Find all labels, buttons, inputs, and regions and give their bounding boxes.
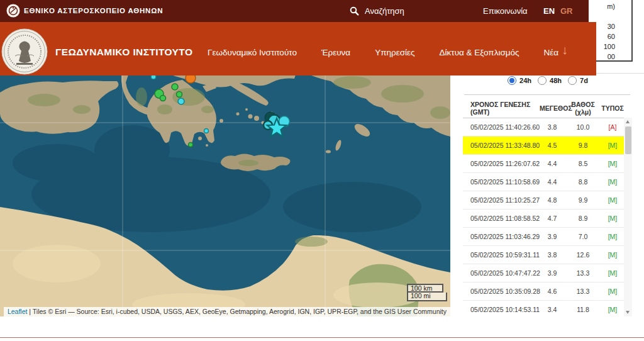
- scrollbar-down-arrow[interactable]: [624, 309, 632, 316]
- observatory-logo-icon: [6, 4, 20, 18]
- search-icon: [350, 6, 359, 16]
- cell-depth: 13.3: [565, 288, 601, 295]
- cell-mag: 3.9: [540, 269, 565, 277]
- cell-mag: 3.9: [540, 233, 565, 240]
- radio-24h-selected[interactable]: [508, 76, 516, 85]
- cell-depth: 9.8: [565, 142, 601, 149]
- scroll-down-arrow-icon[interactable]: ↓: [562, 43, 568, 57]
- cell-mag: 3.8: [540, 251, 565, 259]
- col-header-depth: ΒΑΘΟΣ(χλμ): [565, 101, 601, 116]
- cell-depth: 8.5: [565, 160, 601, 167]
- table-row[interactable]: 05/02/2025 11:10:25.274.89.9[M]: [463, 191, 624, 210]
- leaflet-link[interactable]: Leaflet: [8, 308, 28, 315]
- cell-time: 05/02/2025 11:03:46.29: [463, 233, 540, 240]
- filter-label: 48h: [550, 77, 562, 84]
- lang-gr-button[interactable]: GR: [560, 0, 573, 22]
- cell-depth: 11.8: [565, 306, 601, 313]
- map-scale-km: 100 km: [407, 284, 443, 293]
- legend-line: m): [607, 3, 615, 10]
- cell-depth: 8.9: [565, 215, 601, 222]
- main-navigation: ΓΕΩΔΥΝΑΜΙΚΟ ΙΝΣΤΙΤΟΥΤΟ Γεωδυναμικό Ινστι…: [0, 22, 596, 75]
- cell-mag: 3.4: [540, 306, 565, 313]
- cell-type: [M]: [601, 196, 624, 204]
- earthquake-list-panel: 24h48h7d ΧΡΟΝΟΣ ΓΕΝΕΣΗΣ(GMT) ΜΕΓΕΘΟΣ ΒΑΘ…: [463, 75, 633, 316]
- footer-divider: [0, 337, 644, 338]
- cell-time: 05/02/2025 10:47:47.22: [463, 269, 540, 277]
- search-button[interactable]: Αναζήτηση: [350, 0, 404, 22]
- table-row[interactable]: 05/02/2025 11:40:26.603.810.0[A]: [463, 118, 624, 137]
- map-attribution: Leaflet | Tiles © Esri — Source: Esri, i…: [4, 307, 450, 316]
- earthquake-marker-cyan[interactable]: [204, 129, 209, 133]
- radio-48h[interactable]: [538, 76, 547, 85]
- scrollbar-up-arrow[interactable]: [624, 118, 632, 125]
- table-row[interactable]: 05/02/2025 10:59:31.113.812.6[M]: [463, 246, 624, 264]
- cell-time: 05/02/2025 11:10:25.27: [463, 196, 540, 204]
- cell-depth: 12.6: [565, 251, 601, 259]
- col-header-type: ΤΥΠΟΣ: [601, 104, 624, 112]
- cell-type: [M]: [601, 306, 624, 313]
- earthquake-marker-orange[interactable]: [186, 75, 196, 83]
- topbar: ΕΘΝΙΚΟ ΑΣΤΕΡΟΣΚΟΠΕΙΟ ΑΘΗΝΩΝ Αναζήτηση Επ…: [0, 0, 589, 22]
- table-row-highlighted[interactable]: 05/02/2025 11:33:48.804.59.8[M]: [463, 137, 624, 155]
- cell-time: 05/02/2025 10:35:09.28: [463, 288, 540, 295]
- attribution-text: | Tiles © Esri — Source: Esri, i-cubed, …: [27, 308, 447, 315]
- nav-item-0[interactable]: Γεωδυναμικό Ινστιτούτο: [208, 48, 297, 57]
- cell-type: [M]: [601, 251, 624, 259]
- table-row[interactable]: 05/02/2025 10:14:53.113.411.8[M]: [463, 301, 624, 316]
- map-scale-control: 100 km 100 mi: [407, 284, 447, 301]
- cell-time: 05/02/2025 11:33:48.80: [463, 142, 540, 149]
- earthquake-marker-green[interactable]: [189, 143, 193, 147]
- col-header-magnitude: ΜΕΓΕΘΟΣ: [540, 104, 565, 112]
- nav-item-1[interactable]: Έρευνα: [321, 48, 350, 57]
- cell-time: 05/02/2025 11:40:26.60: [463, 123, 540, 131]
- filter-label: 7d: [580, 77, 588, 84]
- earthquake-marker-cyan[interactable]: [151, 75, 156, 79]
- scrollbar-thumb[interactable]: [625, 126, 631, 154]
- cell-mag: 4.7: [540, 215, 565, 222]
- nav-item-3[interactable]: Δίκτυα & Εξοπλισμός: [440, 48, 519, 57]
- cell-type: [M]: [601, 269, 624, 277]
- top-right-divider: [596, 73, 644, 74]
- legend-line: 60: [608, 33, 615, 40]
- radio-7d[interactable]: [568, 76, 577, 85]
- legend-line: 100: [604, 43, 615, 50]
- cell-mag: 4.4: [540, 160, 565, 167]
- cell-mag: 4.6: [540, 288, 565, 295]
- earthquake-marker-green[interactable]: [160, 96, 166, 101]
- earthquake-marker-green[interactable]: [177, 92, 182, 98]
- cell-depth: 10.0: [565, 123, 601, 131]
- earthquake-marker-cyan[interactable]: [178, 98, 184, 104]
- lang-en-button[interactable]: EN: [543, 0, 555, 22]
- cell-type: [M]: [601, 288, 624, 295]
- time-range-filters: 24h48h7d: [463, 76, 633, 85]
- table-row[interactable]: 05/02/2025 11:08:58.524.78.9[M]: [463, 210, 624, 228]
- filter-label: 24h: [519, 77, 531, 84]
- cell-type: [M]: [601, 233, 624, 240]
- table-header: ΧΡΟΝΟΣ ΓΕΝΕΣΗΣ(GMT) ΜΕΓΕΘΟΣ ΒΑΘΟΣ(χλμ) Τ…: [463, 99, 624, 117]
- filter-7d[interactable]: 7d: [568, 76, 588, 85]
- cell-time: 05/02/2025 10:14:53.11: [463, 306, 540, 313]
- filter-48h[interactable]: 48h: [538, 76, 562, 85]
- col-header-time: ΧΡΟΝΟΣ ΓΕΝΕΣΗΣ(GMT): [463, 101, 540, 116]
- cell-mag: 4.8: [540, 196, 565, 204]
- cell-mag: 3.8: [540, 123, 565, 131]
- nav-item-2[interactable]: Υπηρεσίες: [375, 48, 414, 57]
- table-row[interactable]: 05/02/2025 10:47:47.223.913.3[M]: [463, 264, 624, 282]
- map-scale-mi: 100 mi: [407, 293, 447, 301]
- table-row[interactable]: 05/02/2025 10:35:09.284.613.3[M]: [463, 282, 624, 301]
- cell-type: [M]: [601, 160, 624, 167]
- earthquake-map[interactable]: 100 km 100 mi Leaflet | Tiles © Esri — S…: [0, 75, 450, 316]
- nav-item-4[interactable]: Νέα: [544, 48, 559, 57]
- legend-line: 30: [608, 23, 615, 30]
- table-scrollbar[interactable]: [624, 118, 632, 316]
- earthquake-marker-green[interactable]: [172, 84, 178, 90]
- cell-type: [A]: [601, 123, 624, 131]
- table-row[interactable]: 05/02/2025 11:03:46.293.97.0[M]: [463, 228, 624, 246]
- contact-link[interactable]: Επικοινωνία: [483, 0, 528, 22]
- cell-depth: 9.9: [565, 196, 601, 204]
- cell-time: 05/02/2025 11:08:58.52: [463, 215, 540, 222]
- table-row[interactable]: 05/02/2025 11:10:58.694.48.8[M]: [463, 173, 624, 191]
- cell-time: 05/02/2025 11:26:07.62: [463, 160, 540, 167]
- filter-24h[interactable]: 24h: [508, 76, 531, 85]
- table-row[interactable]: 05/02/2025 11:26:07.624.48.5[M]: [463, 155, 624, 173]
